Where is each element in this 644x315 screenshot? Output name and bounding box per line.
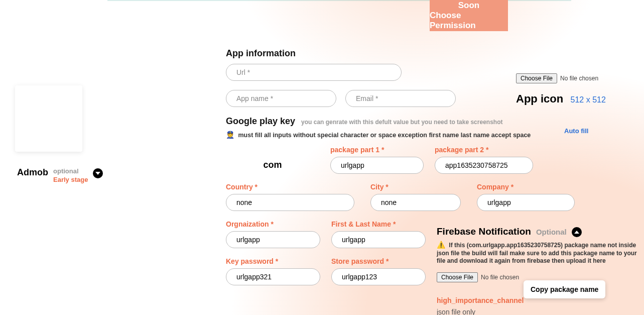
app-icon-title: App icon (516, 92, 563, 105)
firebase-channel: high_importance_channel (437, 296, 524, 304)
keypw-label: Key password * (226, 257, 320, 265)
app-icon-dims: 512 x 512 (571, 95, 606, 104)
country-input[interactable] (226, 194, 354, 211)
admob-toggle[interactable] (93, 168, 103, 178)
soon-line1: Soon (458, 1, 480, 11)
warning-icon: ⚠️ (437, 241, 445, 249)
copy-package-button[interactable]: Copy package name (524, 280, 605, 298)
preview-card (15, 85, 82, 152)
admob-title: Admob (17, 167, 48, 178)
city-input[interactable] (370, 194, 461, 211)
pkg2-input[interactable] (435, 157, 533, 174)
firebase-no-file: No file chosen (481, 274, 519, 281)
url-input[interactable] (226, 64, 402, 81)
org-label: Orgnaization * (226, 220, 320, 228)
warning-person-icon: 👮 (226, 131, 234, 139)
storepw-label: Store password * (331, 257, 426, 265)
chevron-down-icon (95, 172, 100, 175)
firebase-title: Firebase Notification (437, 226, 531, 237)
city-label: City * (370, 183, 461, 191)
app-info-title: App information (226, 48, 635, 59)
firebase-toggle[interactable] (572, 227, 582, 237)
keypw-input[interactable] (226, 268, 320, 285)
firebase-optional: Optional (536, 228, 567, 236)
company-label: Company * (477, 183, 575, 191)
org-input[interactable] (226, 231, 320, 248)
email-input[interactable] (345, 90, 456, 107)
firebase-choose-file-button[interactable]: Choose File (437, 272, 478, 282)
gpk-warn: must fill all inputs without special cha… (238, 132, 531, 139)
icon-no-file: No file chosen (560, 75, 598, 82)
icon-choose-file-button[interactable]: Choose File (516, 73, 557, 83)
soon-banner[interactable]: Soon Choose Permission (430, 0, 508, 31)
package-com: com (226, 160, 319, 170)
gpk-title: Google play key (226, 116, 295, 127)
country-label: Country * (226, 183, 354, 191)
firebase-warn: If this (com.urlgapp.app1635230758725) p… (437, 242, 637, 264)
name-input[interactable] (331, 231, 426, 248)
chevron-up-icon (574, 231, 579, 234)
name-label: First & Last Name * (331, 220, 426, 228)
soon-line2: Choose Permission (430, 11, 508, 31)
admob-early: Early stage (53, 176, 88, 184)
pkg1-label: package part 1 * (330, 146, 424, 154)
storepw-input[interactable] (331, 268, 426, 285)
firebase-json-only: json file only (437, 308, 642, 315)
app-name-input[interactable] (226, 90, 336, 107)
gpk-hint: you can genrate with this defult value b… (301, 119, 502, 126)
pkg1-input[interactable] (330, 157, 424, 174)
auto-fill-link[interactable]: Auto fill (564, 127, 588, 135)
company-input[interactable] (477, 194, 575, 211)
admob-optional: optional (53, 167, 88, 176)
pkg2-label: package part 2 * (435, 146, 533, 154)
